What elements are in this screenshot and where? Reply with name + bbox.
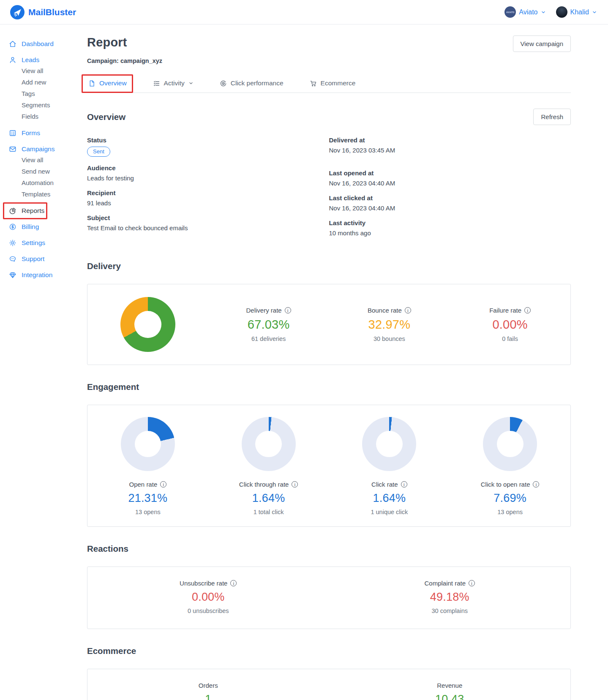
click-to-open-rate-donut-chart [483, 417, 537, 471]
click-rate-sub: 1 unique click [371, 509, 408, 515]
gear-icon [9, 239, 16, 247]
bounce-rate-label: Bounce rate [368, 307, 402, 314]
sidebar-item-leads-add-new[interactable]: Add new [9, 79, 46, 85]
delivery-rate-value: 67.03% [248, 318, 290, 332]
top-navbar: MailBluster AVIATO Aviato Khalid [0, 0, 608, 25]
recipient-label: Recipient [87, 189, 329, 196]
failure-rate-label: Failure rate [489, 307, 521, 314]
bounce-rate-value: 32.97% [368, 318, 411, 332]
sidebar-item-reports[interactable]: Reports [9, 206, 44, 215]
delivered-at-value: Nov 16, 2023 03:45 AM [329, 147, 571, 154]
org-menu[interactable]: AVIATO Aviato [504, 6, 545, 18]
click-rate-label: Click rate [371, 481, 398, 488]
delivery-rate-sub: 61 deliveries [251, 335, 286, 342]
info-icon[interactable]: i [292, 481, 298, 488]
orders-value: 1 [205, 693, 211, 700]
tab-label: Click performance [231, 79, 284, 87]
tab-ecommerce[interactable]: Ecommerce [308, 76, 357, 93]
cart-icon [310, 80, 317, 87]
info-icon[interactable]: i [285, 307, 291, 313]
subject-value: Test Email to check bounced emails [87, 224, 329, 232]
info-icon[interactable]: i [230, 580, 237, 586]
info-icon[interactable]: i [524, 307, 531, 313]
sidebar-item-support[interactable]: Support [9, 254, 44, 264]
sidebar-item-campaigns[interactable]: Campaigns [9, 144, 55, 154]
tab-activity[interactable]: Activity [152, 76, 195, 93]
delivery-donut-chart [120, 297, 175, 352]
envelope-icon [9, 145, 16, 153]
tab-overview[interactable]: Overview [87, 76, 128, 93]
chevron-down-icon [188, 81, 194, 86]
sidebar-item-label: Forms [22, 129, 40, 137]
sidebar-item-integration[interactable]: Integration [9, 270, 52, 280]
recipient-value: 91 leads [87, 199, 329, 207]
sidebar-item-campaigns-send-new[interactable]: Send new [9, 168, 50, 174]
sidebar-item-leads-segments[interactable]: Segments [9, 101, 50, 108]
info-icon[interactable]: i [160, 481, 166, 488]
click-to-open-rate-label: Click to open rate [481, 481, 530, 488]
info-icon[interactable]: i [469, 580, 475, 586]
last-clicked-label: Last clicked at [329, 194, 571, 202]
org-menu-label: Aviato [519, 8, 537, 16]
sidebar-item-billing[interactable]: Billing [9, 222, 39, 232]
info-icon[interactable]: i [401, 481, 407, 488]
open-rate-value: 21.31% [128, 492, 167, 505]
bounce-rate-sub: 30 bounces [374, 335, 405, 342]
sidebar-item-label: Leads [22, 56, 39, 64]
click-to-open-rate-value: 7.69% [493, 492, 526, 505]
click-target-icon [220, 80, 227, 87]
sidebar-item-label: Integration [22, 271, 52, 279]
unsubscribe-rate-label: Unsubscribe rate [180, 580, 227, 587]
form-list-icon [9, 129, 16, 137]
org-avatar: AVIATO [504, 6, 516, 18]
last-clicked-value: Nov 16, 2023 04:40 AM [329, 204, 571, 212]
sidebar-item-campaigns-templates[interactable]: Templates [9, 191, 50, 197]
gem-icon [9, 271, 16, 279]
info-icon[interactable]: i [405, 307, 411, 313]
reactions-card: Unsubscribe ratei 0.00% 0 unsubscribes C… [87, 567, 571, 629]
sidebar-item-label: Billing [22, 223, 39, 231]
sidebar-item-label: Campaigns [22, 145, 55, 153]
brand-logo[interactable]: MailBluster [10, 5, 76, 19]
click-through-rate-value: 1.64% [252, 492, 285, 505]
tab-label: Ecommerce [321, 79, 356, 87]
ecommerce-heading: Ecommerce [87, 646, 571, 656]
page-title: Report [87, 35, 127, 49]
audience-label: Audience [87, 164, 329, 172]
failure-rate-sub: 0 fails [502, 335, 518, 342]
overview-heading: Overview [87, 112, 125, 122]
click-rate-donut-chart [362, 417, 416, 471]
sidebar-item-leads-tags[interactable]: Tags [9, 90, 35, 97]
refresh-button[interactable]: Refresh [533, 109, 571, 125]
complaint-rate-label: Complaint rate [424, 580, 466, 587]
subject-label: Subject [87, 214, 329, 221]
sidebar-item-label: Support [22, 255, 44, 263]
status-badge: Sent [87, 147, 110, 157]
audience-value: Leads for testing [87, 174, 329, 182]
sidebar-item-leads-fields[interactable]: Fields [9, 113, 38, 120]
sidebar-item-leads-view-all[interactable]: View all [9, 67, 43, 74]
view-campaign-button[interactable]: View campaign [513, 35, 571, 52]
sidebar-item-label: Dashboard [22, 40, 54, 48]
sidebar-item-leads[interactable]: Leads [9, 55, 39, 65]
brand-name: MailBluster [28, 7, 76, 17]
overview-fields: Status Sent Audience Leads for testing R… [87, 136, 571, 244]
user-menu[interactable]: Khalid [556, 6, 597, 18]
info-icon[interactable]: i [533, 481, 539, 488]
tab-label: Activity [164, 79, 185, 87]
revenue-value: 10.43 [435, 693, 464, 700]
pie-chart-icon [9, 207, 16, 215]
sidebar-item-campaigns-automation[interactable]: Automation [9, 179, 54, 186]
tab-click-performance[interactable]: Click performance [218, 76, 285, 93]
click-rate-value: 1.64% [373, 492, 406, 505]
sidebar-item-settings[interactable]: Settings [9, 238, 45, 248]
sidebar: Dashboard Leads View all Add new Tags Se… [0, 25, 87, 700]
last-activity-value: 10 months ago [329, 229, 571, 237]
mailbluster-logo-icon [10, 5, 25, 19]
complaint-rate-value: 49.18% [430, 591, 469, 604]
sidebar-item-dashboard[interactable]: Dashboard [9, 39, 54, 49]
delivery-rate-label: Delivery rate [246, 307, 282, 314]
sidebar-item-forms[interactable]: Forms [9, 128, 40, 138]
home-icon [9, 40, 16, 48]
sidebar-item-campaigns-view-all[interactable]: View all [9, 156, 43, 163]
